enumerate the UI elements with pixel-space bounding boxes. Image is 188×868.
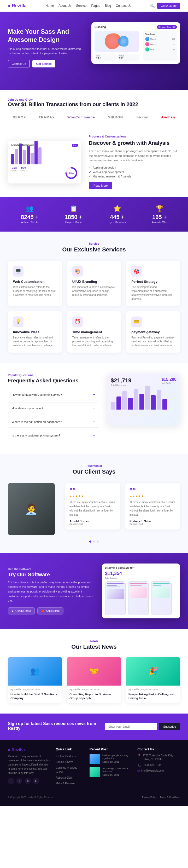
- ideas-icon: 💡: [13, 316, 24, 327]
- software-title: Try Our Software: [8, 571, 94, 578]
- testimonial-dots: [8, 540, 180, 542]
- nav-item-service[interactable]: Service: [76, 4, 87, 7]
- avatar-placeholder: 🧑‍💼: [8, 483, 55, 535]
- services-grid: 🖥️ Web Customization Web customization r…: [8, 261, 180, 352]
- faq-content: Popular Questions Frequently Asked Quest…: [8, 373, 99, 443]
- footer-recent-posts: Recent Post Business people working toge…: [90, 747, 132, 787]
- service-name: Web Customization: [13, 280, 57, 284]
- faq-section: Popular Questions Frequently Asked Quest…: [0, 363, 188, 454]
- clients-desc: Active Clients: [21, 221, 39, 224]
- dot-1[interactable]: [89, 540, 91, 542]
- service-name: Time management: [72, 330, 116, 334]
- nav-actions: 🔍 Get A Quote: [150, 3, 180, 9]
- google-play-icon: ▶: [12, 610, 14, 612]
- hero-title: Make Your Sass And Awesome Design: [8, 27, 81, 44]
- youtube-icon[interactable]: ▶: [33, 778, 39, 784]
- software-mockup: Discover & Showcase NFT $11,354 Total Ba…: [102, 563, 180, 618]
- nav-item-pages[interactable]: Pages: [91, 4, 100, 7]
- news-card-1: 👥 By Rezilla August 18, 2021 How to buil…: [8, 657, 62, 703]
- terms-link[interactable]: Terms & Conditions: [160, 796, 180, 799]
- faq-item-2[interactable]: How delete my account? +: [8, 403, 99, 414]
- footer-bottom-links: Privacy Policy Terms & Conditions: [142, 796, 180, 799]
- service-card-payment: 💳 payment gateway Payment Providing paym…: [126, 311, 180, 352]
- feature-list: Application design Web & app development…: [89, 166, 180, 178]
- stat-block-projects: 📋 1850 + Project Done: [65, 205, 83, 224]
- contact-phone: 📞 (+64) 800 - 700: [137, 763, 180, 767]
- email-icon: ✉: [137, 769, 140, 773]
- read-more-button[interactable]: Read More: [89, 182, 112, 189]
- dot-2[interactable]: [93, 540, 95, 542]
- ux-icon: 🎨: [72, 266, 83, 277]
- recent-post-text-1: Business people working together for...: [102, 754, 132, 760]
- footer-desc: There are many variations of passages of…: [8, 754, 51, 775]
- clients-logos: XEROX TRAMAX WooCommerce MIKRON micron A…: [8, 113, 180, 122]
- apple-store-button[interactable]: 🍎 Apple Store: [37, 608, 63, 615]
- get-quote-button[interactable]: Get A Quote: [157, 3, 180, 9]
- service-card-time: ⏰ Time management Time management refers…: [67, 311, 121, 352]
- contact-button[interactable]: Contact Us: [8, 60, 30, 67]
- hero-mockup: Crossing Crimson Blue 8.9 Total: [81, 22, 180, 64]
- hero-buttons: Contact Us Get Started: [8, 60, 81, 67]
- services-section: Service Our Exclusive Services 🖥️ Web Cu…: [0, 231, 188, 363]
- faq-item-4[interactable]: Is there any customer pricing system? +: [8, 430, 99, 441]
- hero-desc: It is a long established fact that a rea…: [8, 47, 81, 55]
- get-started-button[interactable]: Get Started: [32, 60, 55, 67]
- progress-desc: There are many variations of passages of…: [89, 149, 180, 163]
- service-name: Innovative Ideas: [13, 330, 57, 334]
- nav-item-contact[interactable]: Contact Us: [116, 4, 131, 7]
- quick-link-3[interactable]: Continue Previous Guide: [56, 765, 84, 774]
- recent-thumb-1: [90, 754, 100, 764]
- news-img-2: 🤝: [67, 657, 121, 686]
- twitter-icon[interactable]: t: [16, 778, 23, 784]
- progress-section: Analytics Dashboard Live 75% Progress: [0, 127, 188, 197]
- service-card-web: 🖥️ Web Customization Web customization r…: [8, 261, 62, 306]
- test-role-1: Design Lead: [69, 523, 116, 525]
- social-icons: f t in ▶: [8, 778, 51, 784]
- progress-metrics: 75% Progress 90% Success 75%: [11, 166, 78, 180]
- client-logo-woo: WooCommerce: [67, 115, 95, 119]
- service-card-ux: 🎨 UI/UX Branding It is important to have…: [67, 261, 121, 306]
- facebook-icon[interactable]: f: [8, 778, 14, 784]
- news-title: Our Latest News: [8, 644, 180, 650]
- footer-logo: ● Rezilla: [8, 747, 51, 752]
- email-input[interactable]: [105, 723, 157, 730]
- linkedin-icon[interactable]: in: [25, 778, 31, 784]
- software-section: Get The Software Try Our Software Try th…: [0, 553, 188, 629]
- test-author-2: Rodney J. Sabo: [129, 520, 176, 523]
- faq-item-1[interactable]: How to contact with Customer Service? +: [8, 389, 99, 400]
- faq-item-3[interactable]: Where is the edit option on dashboard? +: [8, 416, 99, 428]
- projects-icon: 📋: [65, 205, 83, 212]
- quick-link-5[interactable]: Make A Payment: [56, 781, 84, 785]
- dot-3[interactable]: [97, 540, 99, 542]
- nav-item-home[interactable]: Home: [45, 4, 54, 7]
- news-img-3: 🎉: [126, 657, 180, 686]
- service-desc: Time management refers to the process of…: [72, 336, 116, 347]
- news-card-2: 🤝 By Rezilla August 18, 2021 Consulting …: [67, 657, 121, 703]
- privacy-policy-link[interactable]: Privacy Policy: [142, 796, 157, 799]
- footer-bottom: © Copyright 2023 rezilla All Rights Rese…: [8, 792, 180, 799]
- quick-link-4[interactable]: Report a Claim: [56, 775, 84, 779]
- progress-chart: [11, 149, 78, 164]
- nav-item-blog[interactable]: Blog: [105, 4, 111, 7]
- subscribe-button[interactable]: Subscribe: [159, 723, 180, 730]
- testimonial-card-2: ❝❝ ★★★★★ There are many variations of ou…: [125, 483, 180, 530]
- time-icon: ⏰: [72, 316, 83, 327]
- hero-section: Make Your Sass And Awesome Design It is …: [0, 12, 188, 90]
- test-role-2: Design Lead: [129, 523, 176, 525]
- testimonial-card-1: ❝❝ ★★★★★ There are many variations of ou…: [65, 483, 120, 530]
- service-card-strategy: 🎯 Perfect Strategy The development and i…: [126, 261, 180, 306]
- software-tag: Get The Software: [8, 567, 94, 570]
- nav-item-about[interactable]: About Us: [59, 4, 71, 7]
- faq-plus-icon: +: [93, 406, 95, 411]
- panel-row: User B 98: [145, 42, 175, 46]
- search-icon[interactable]: 🔍: [150, 4, 155, 8]
- service-name: Perfect Strategy: [131, 280, 175, 284]
- quick-link-1[interactable]: Explore Products: [56, 754, 84, 758]
- software-desc: Try the software, it is the perfect way …: [8, 580, 94, 603]
- signup-title: Sign up for latest Sass resources news f…: [8, 721, 105, 731]
- service-desc: Payment Providing payment gateway servic…: [131, 336, 175, 347]
- google-store-button[interactable]: ▶ Google Store: [8, 608, 35, 615]
- quick-link-2[interactable]: Bundle & Save: [56, 760, 84, 764]
- quote-icon: ❝❝: [69, 487, 116, 493]
- recent-post-text-2: Technology connection an online Port...: [102, 767, 132, 773]
